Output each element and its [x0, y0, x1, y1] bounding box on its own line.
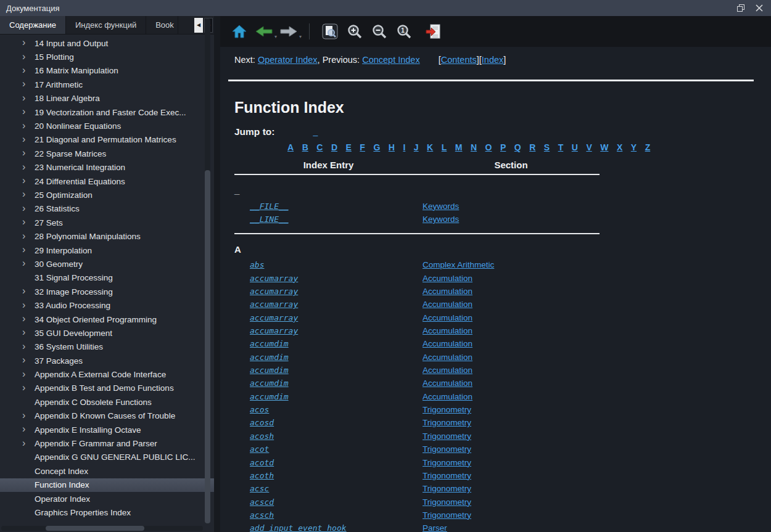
- function-link[interactable]: __LINE__: [250, 215, 289, 224]
- sidebar-item[interactable]: ›28 Polynomial Manipulations: [0, 229, 214, 243]
- jump-letter-link[interactable]: C: [316, 142, 323, 152]
- chevron-right-icon[interactable]: ›: [22, 203, 35, 213]
- jump-letter-link[interactable]: R: [529, 142, 535, 152]
- section-link[interactable]: Trigonometry: [423, 405, 471, 414]
- section-link[interactable]: Accumulation: [423, 287, 472, 296]
- function-link[interactable]: accumdim: [250, 353, 289, 362]
- chevron-right-icon[interactable]: ›: [22, 93, 35, 103]
- index-link[interactable]: Index: [482, 55, 503, 65]
- chevron-right-icon[interactable]: ›: [22, 148, 35, 158]
- chevron-right-icon[interactable]: ›: [22, 383, 35, 393]
- chevron-right-icon[interactable]: ›: [22, 38, 35, 47]
- jump-letter-link[interactable]: Z: [645, 142, 651, 152]
- function-link[interactable]: add_input_event_hook: [250, 523, 347, 532]
- sidebar-item[interactable]: ›19 Vectorization and Faster Code Exec..…: [0, 105, 214, 119]
- tab-function-index[interactable]: Индекс функций: [66, 16, 146, 34]
- scrollbar-thumb[interactable]: [46, 526, 144, 531]
- section-link[interactable]: Keywords: [423, 202, 459, 211]
- section-link[interactable]: Accumulation: [423, 353, 472, 362]
- section-link[interactable]: Trigonometry: [423, 418, 471, 427]
- back-history-dropdown-icon[interactable]: ▾: [274, 34, 277, 39]
- forward-button[interactable]: ▾: [278, 21, 299, 42]
- previous-page-link[interactable]: Concept Index: [362, 55, 420, 65]
- function-link[interactable]: acoth: [250, 471, 274, 480]
- section-link[interactable]: Accumulation: [423, 339, 472, 348]
- contents-link[interactable]: Contents: [441, 55, 477, 65]
- section-link[interactable]: Accumulation: [423, 379, 472, 388]
- chevron-right-icon[interactable]: ›: [22, 134, 35, 144]
- chevron-right-icon[interactable]: ›: [22, 79, 35, 89]
- function-link[interactable]: acsch: [250, 510, 274, 520]
- function-link[interactable]: abs: [250, 260, 264, 269]
- jump-letter-link[interactable]: T: [558, 142, 564, 152]
- jump-letter-link[interactable]: A: [287, 142, 294, 152]
- jump-letter-link[interactable]: D: [331, 142, 337, 152]
- section-link[interactable]: Trigonometry: [423, 484, 471, 493]
- jump-letter-link[interactable]: W: [600, 142, 608, 152]
- sidebar-item[interactable]: ›15 Plotting: [0, 50, 214, 63]
- function-index-button[interactable]: [423, 21, 444, 42]
- sidebar-item[interactable]: Appendix C Obsolete Functions: [0, 395, 214, 409]
- chevron-right-icon[interactable]: ›: [22, 189, 35, 199]
- jump-letter-link[interactable]: G: [373, 142, 380, 152]
- jump-letter-link[interactable]: X: [617, 142, 622, 152]
- chevron-right-icon[interactable]: ›: [22, 369, 35, 379]
- section-link[interactable]: Accumulation: [423, 326, 472, 335]
- chevron-right-icon[interactable]: ›: [22, 314, 35, 324]
- chevron-right-icon[interactable]: ›: [22, 176, 35, 186]
- sidebar-item[interactable]: ›Appendix A External Code Interface: [0, 367, 214, 381]
- chevron-right-icon[interactable]: ›: [22, 286, 35, 296]
- sidebar-item[interactable]: Appendix G GNU GENERAL PUBLIC LIC...: [0, 451, 214, 464]
- sidebar-item[interactable]: ›37 Packages: [0, 354, 214, 367]
- function-link[interactable]: __FILE__: [250, 202, 289, 211]
- zoom-in-button[interactable]: [344, 21, 365, 42]
- jump-letter-link[interactable]: O: [485, 142, 492, 152]
- function-link[interactable]: accumdim: [250, 366, 289, 375]
- sidebar-item[interactable]: ›17 Arithmetic: [0, 78, 214, 91]
- sidebar-item[interactable]: ›34 Object Oriented Programming: [0, 313, 214, 326]
- find-in-page-button[interactable]: [320, 21, 340, 42]
- scrollbar-thumb[interactable]: [205, 170, 210, 523]
- chevron-right-icon[interactable]: ›: [22, 217, 35, 227]
- chevron-right-icon[interactable]: ›: [22, 355, 35, 365]
- jump-letter-link[interactable]: I: [403, 142, 405, 152]
- sidebar-item[interactable]: ›22 Sparse Matrices: [0, 147, 214, 160]
- function-link[interactable]: acscd: [250, 497, 274, 507]
- sidebar-item[interactable]: ›Appendix E Installing Octave: [0, 423, 214, 436]
- chevron-right-icon[interactable]: ›: [22, 424, 35, 434]
- function-link[interactable]: accumdim: [250, 339, 289, 348]
- jump-letter-link[interactable]: P: [500, 142, 506, 152]
- panel-splitter[interactable]: [214, 16, 220, 532]
- section-link[interactable]: Complex Arithmetic: [423, 260, 494, 269]
- home-button[interactable]: [229, 21, 250, 42]
- sidebar-item[interactable]: ›32 Image Processing: [0, 285, 214, 298]
- jump-letter-link[interactable]: F: [360, 142, 365, 152]
- function-link[interactable]: accumarray: [250, 326, 298, 335]
- jump-letter-link[interactable]: _: [313, 127, 318, 137]
- forward-history-dropdown-icon[interactable]: ▾: [299, 34, 302, 39]
- sidebar-item[interactable]: ›36 System Utilities: [0, 340, 214, 354]
- sidebar-item[interactable]: ›33 Audio Processing: [0, 298, 214, 312]
- jump-letter-link[interactable]: B: [302, 142, 308, 152]
- jump-letter-link[interactable]: J: [414, 142, 419, 152]
- chevron-right-icon[interactable]: ›: [22, 245, 35, 255]
- sidebar-item[interactable]: 31 Signal Processing: [0, 271, 214, 285]
- jump-letter-link[interactable]: Y: [631, 142, 637, 152]
- sidebar-item[interactable]: ›26 Statistics: [0, 202, 214, 216]
- chevron-right-icon[interactable]: ›: [22, 231, 35, 241]
- section-link[interactable]: Trigonometry: [423, 458, 471, 467]
- function-link[interactable]: accumarray: [250, 300, 298, 309]
- sidebar-item[interactable]: ›24 Differential Equations: [0, 174, 214, 188]
- jump-letter-link[interactable]: S: [544, 142, 550, 152]
- function-link[interactable]: acsc: [250, 484, 269, 493]
- section-link[interactable]: Accumulation: [423, 366, 472, 375]
- jump-letter-link[interactable]: L: [442, 142, 447, 152]
- jump-letter-link[interactable]: E: [346, 142, 352, 152]
- chevron-right-icon[interactable]: ›: [22, 162, 35, 172]
- function-link[interactable]: acotd: [250, 458, 274, 467]
- sidebar-item[interactable]: ›21 Diagonal and Permutation Matrices: [0, 133, 214, 147]
- section-link[interactable]: Parser: [423, 523, 447, 532]
- section-link[interactable]: Accumulation: [423, 313, 472, 322]
- chevron-right-icon[interactable]: ›: [22, 342, 35, 351]
- sidebar-item[interactable]: ›20 Nonlinear Equations: [0, 119, 214, 133]
